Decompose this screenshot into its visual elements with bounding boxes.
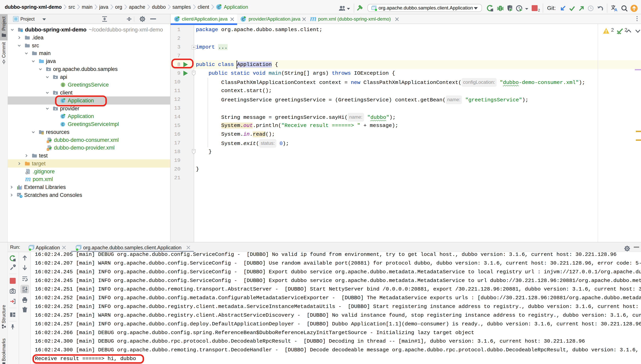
svg-text:C: C xyxy=(62,115,64,119)
svg-text:<: < xyxy=(47,148,48,151)
svg-text:C: C xyxy=(62,122,64,126)
svg-text:A: A xyxy=(614,7,618,12)
svg-text:I: I xyxy=(62,83,64,87)
svg-text:<: < xyxy=(47,140,48,143)
